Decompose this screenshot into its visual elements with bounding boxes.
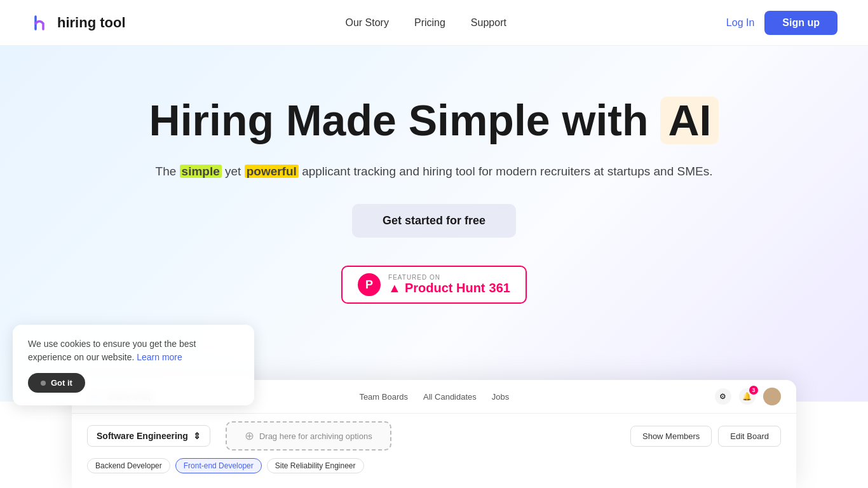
app-board-content: Software Engineering ⇕ ⊕ Drag here for a…	[72, 414, 796, 458]
subtitle-before: The	[156, 165, 177, 178]
navbar: hiring tool Our Story Pricing Support Lo…	[0, 0, 868, 46]
cookie-accept-button[interactable]: Got it	[28, 373, 85, 393]
archive-drop-zone: ⊕ Drag here for archiving options	[226, 421, 391, 451]
subtitle-after: applicant tracking and hiring tool for m…	[302, 165, 712, 178]
ph-upvote: ▲	[388, 281, 401, 295]
tag-sre[interactable]: Site Reliability Engineer	[267, 458, 364, 473]
cookie-message: We use cookies to ensure you get the bes…	[28, 337, 239, 364]
app-nav-team-boards[interactable]: Team Boards	[359, 392, 408, 402]
nav-link-our-story[interactable]: Our Story	[345, 17, 388, 29]
app-nav-jobs[interactable]: Jobs	[492, 392, 509, 402]
ph-count: 361	[489, 281, 510, 295]
board-name: Software Engineering	[97, 431, 188, 441]
subtitle-yet: yet	[225, 165, 245, 178]
show-members-button[interactable]: Show Members	[630, 426, 712, 447]
brand-name: hiring tool	[57, 15, 126, 31]
app-nav-all-candidates[interactable]: All Candidates	[423, 392, 477, 402]
product-hunt-badge[interactable]: P FEATURED ON ▲ Product Hunt 361	[341, 266, 527, 304]
settings-icon[interactable]: ⚙	[715, 388, 731, 405]
product-hunt-icon: P	[358, 273, 381, 296]
ph-name: ▲ Product Hunt 361	[388, 281, 510, 295]
hero-title-prefix: Hiring Made Simple with	[149, 96, 649, 144]
archive-plus-icon: ⊕	[245, 429, 254, 443]
notification-badge: 3	[749, 386, 758, 395]
login-button[interactable]: Log In	[726, 17, 754, 29]
nav-logo: hiring tool	[31, 13, 126, 33]
board-actions: Show Members Edit Board	[630, 426, 781, 447]
cookie-banner: We use cookies to ensure you get the bes…	[13, 325, 254, 405]
user-avatar[interactable]	[763, 388, 781, 405]
product-hunt-text: FEATURED ON ▲ Product Hunt 361	[388, 274, 510, 295]
board-select[interactable]: Software Engineering ⇕	[87, 425, 210, 447]
cookie-dot-icon	[41, 381, 46, 386]
nav-link-pricing[interactable]: Pricing	[414, 17, 445, 29]
hero-title: Hiring Made Simple with AI	[25, 97, 843, 144]
cookie-learn-more[interactable]: Learn more	[137, 352, 182, 362]
app-topbar-actions: ⚙ 🔔 3	[715, 388, 781, 405]
cookie-btn-label: Got it	[51, 378, 72, 388]
archive-label: Drag here for archiving options	[259, 431, 372, 441]
ph-featured-label: FEATURED ON	[388, 274, 440, 281]
hero-section: Hiring Made Simple with AI The simple ye…	[0, 46, 868, 329]
hero-subtitle: The simple yet powerful applicant tracki…	[25, 162, 843, 181]
app-nav: Team Boards All Candidates Jobs	[359, 392, 509, 402]
signup-button[interactable]: Sign up	[764, 11, 837, 35]
edit-board-button[interactable]: Edit Board	[718, 426, 781, 447]
cta-button[interactable]: Get started for free	[352, 204, 516, 238]
logo-icon	[31, 13, 51, 33]
notifications-icon[interactable]: 🔔 3	[739, 388, 756, 405]
hero-ai-highlight: AI	[660, 97, 719, 144]
nav-right: Log In Sign up	[726, 11, 837, 35]
tag-frontend[interactable]: Front-end Developer	[175, 458, 262, 473]
tag-backend[interactable]: Backend Developer	[87, 458, 170, 473]
subtitle-simple: simple	[180, 165, 222, 178]
board-chevron-icon: ⇕	[193, 431, 201, 441]
nav-links: Our Story Pricing Support	[345, 17, 506, 29]
subtitle-powerful: powerful	[245, 165, 299, 178]
board-tags: Backend Developer Front-end Developer Si…	[72, 458, 796, 480]
nav-link-support[interactable]: Support	[471, 17, 506, 29]
